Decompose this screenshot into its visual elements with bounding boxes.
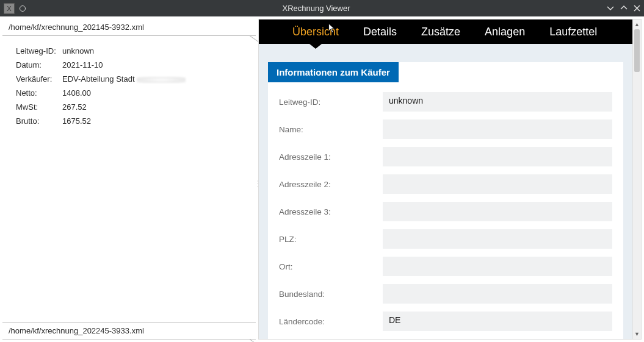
summary-mwst-value: 267.52 [62, 102, 250, 112]
summary-panel: Leitweg-ID: unknown Datum: 2021-11-10 Ve… [2, 37, 256, 322]
field-addr2-label: Adresszeile 2: [279, 180, 383, 189]
redacted-text [137, 77, 186, 83]
field-bundesland-label: Bundesland: [279, 290, 383, 299]
section-header: Informationen zum Käufer [268, 62, 399, 82]
summary-brutto-label: Brutto: [16, 116, 62, 126]
field-addr3-label: Adresszeile 3: [279, 207, 383, 216]
file-path: /home/kf/xrechnung_202245-3933.xml [9, 326, 144, 335]
summary-netto-value: 1408.00 [62, 88, 250, 98]
window-title: XRechnung Viewer [26, 4, 607, 13]
scroll-track[interactable] [633, 29, 641, 329]
field-leitweg-label: Leitweg-ID: [279, 98, 383, 107]
summary-verkaeufer-label: Verkäufer: [16, 74, 62, 84]
scroll-down-icon[interactable]: ▼ [633, 329, 641, 339]
file-tab-1[interactable]: /home/kf/xrechnung_202145-3932.xml [2, 19, 256, 36]
field-addr1-value [383, 147, 612, 166]
scroll-thumb[interactable] [634, 29, 640, 72]
field-plz-value [383, 229, 612, 249]
scroll-up-icon[interactable]: ▲ [633, 20, 641, 29]
field-bundesland-value [383, 284, 612, 304]
field-plz-label: PLZ: [279, 235, 383, 244]
summary-verkaeufer-value: EDV-Abteilung Stadt [62, 74, 250, 84]
field-addr1-label: Adresszeile 1: [279, 152, 383, 162]
tab-laufzettel[interactable]: Laufzettel [537, 20, 609, 44]
summary-brutto-value: 1675.52 [62, 116, 250, 126]
record-dot-icon [20, 5, 26, 12]
field-addr3-value [383, 202, 612, 221]
field-name-label: Name: [279, 125, 383, 134]
app-icon: X [4, 3, 15, 14]
field-ort-value [383, 257, 612, 276]
summary-mwst-label: MwSt: [16, 102, 62, 112]
file-path: /home/kf/xrechnung_202145-3932.xml [9, 23, 144, 32]
summary-leitweg-label: Leitweg-ID: [16, 46, 62, 55]
left-panel: /home/kf/xrechnung_202145-3932.xml Leitw… [2, 19, 256, 340]
close-icon[interactable] [634, 4, 640, 13]
field-laendercode-label: Ländercode: [279, 317, 383, 326]
file-tab-2[interactable]: /home/kf/xrechnung_202245-3933.xml [2, 322, 256, 340]
field-ort-label: Ort: [279, 262, 383, 271]
field-leitweg-value: unknown [383, 92, 612, 112]
summary-netto-label: Netto: [16, 88, 62, 98]
summary-datum-value: 2021-11-10 [62, 60, 250, 69]
tab-details[interactable]: Details [351, 20, 409, 44]
field-addr2-value [383, 174, 612, 194]
summary-datum-label: Datum: [16, 60, 62, 69]
right-panel: Übersicht Details Zusätze Anlagen Laufze… [258, 19, 642, 340]
maximize-icon[interactable] [620, 4, 628, 13]
tab-zusaetze[interactable]: Zusätze [409, 20, 472, 44]
titlebar: X XRechnung Viewer [0, 0, 644, 16]
tab-navigation: Übersicht Details Zusätze Anlagen Laufze… [259, 20, 632, 44]
minimize-icon[interactable] [607, 4, 614, 13]
summary-leitweg-value: unknown [62, 46, 250, 55]
buyer-info-section: Informationen zum Käufer Leitweg-ID: unk… [268, 62, 623, 339]
scrollbar[interactable]: ▲ ▼ [632, 20, 641, 339]
tab-anlagen[interactable]: Anlagen [472, 20, 537, 44]
field-laendercode-value: DE [383, 312, 612, 331]
tab-uebersicht[interactable]: Übersicht [280, 20, 351, 44]
field-name-value [383, 119, 612, 139]
